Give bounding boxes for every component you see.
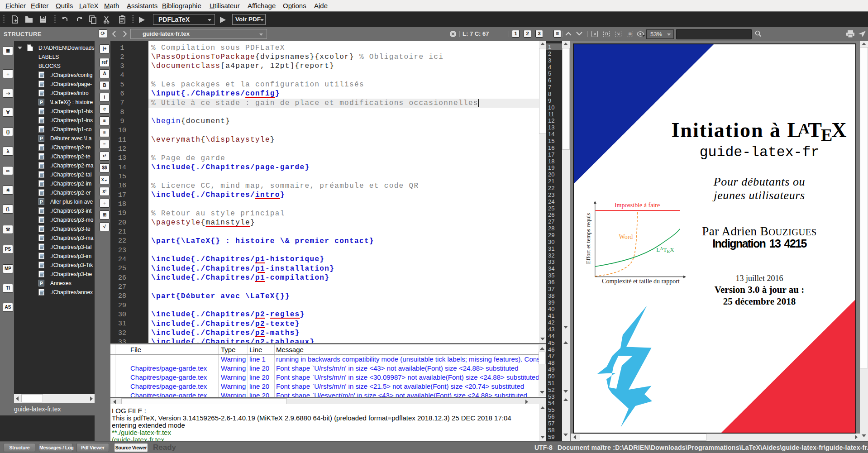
svg-text:LATEX: LATEX <box>656 246 674 254</box>
svg-text:Complexité et taille du rappor: Complexité et taille du rapport <box>602 278 680 285</box>
svg-text:Effort et temps requis: Effort et temps requis <box>585 213 591 264</box>
svg-text:Impossible à faire: Impossible à faire <box>615 202 660 209</box>
svg-text:Word: Word <box>619 234 633 240</box>
